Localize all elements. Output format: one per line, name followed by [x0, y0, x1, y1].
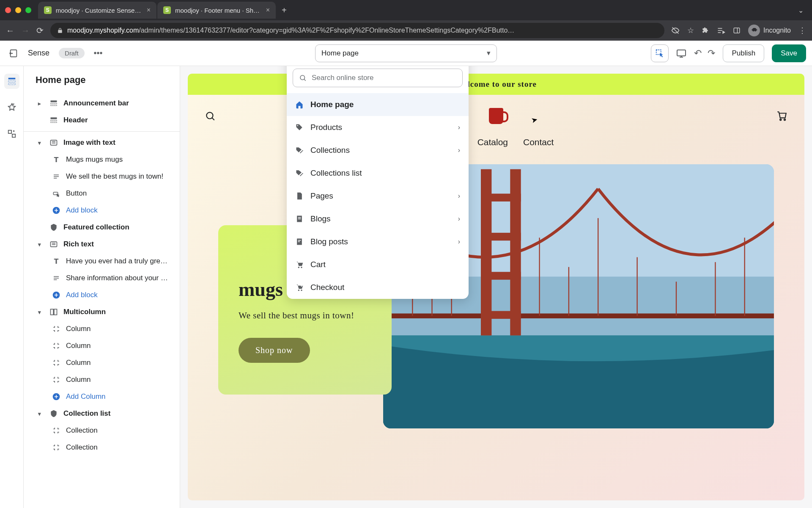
hero-section[interactable]: Mugs mugsMugs mugs mugsmugs We sell the … — [188, 157, 804, 428]
block-text[interactable]: Share information about your … — [36, 270, 173, 287]
add-column-button[interactable]: Add Column — [36, 388, 173, 405]
store-header[interactable] — [188, 95, 804, 137]
app-embeds-rail-icon[interactable] — [4, 126, 19, 141]
url-bar[interactable]: moodjoy.myshopify.com/admin/themes/13614… — [50, 23, 664, 38]
block-collection[interactable]: Collection — [36, 439, 173, 456]
nav-catalog[interactable]: Catalog — [477, 137, 508, 147]
add-block-button[interactable]: Add block — [36, 202, 173, 219]
block-column[interactable]: Column — [36, 371, 173, 388]
desktop-viewport-button[interactable] — [676, 48, 686, 58]
tab-title: moodjoy · Footer menu · Shopi — [175, 7, 262, 14]
browser-tab-1[interactable]: S moodjoy · Customize Sense · S × — [38, 2, 156, 19]
section-announcement-bar[interactable]: ▸ Announcement bar — [36, 95, 173, 112]
svg-rect-15 — [8, 130, 11, 133]
columns-icon — [49, 307, 58, 317]
svg-rect-16 — [12, 134, 15, 137]
plus-circle-icon — [52, 206, 61, 215]
dropdown-item-cart[interactable]: Cart — [287, 253, 469, 276]
block-column[interactable]: Column — [36, 320, 173, 337]
more-actions-button[interactable]: ••• — [94, 48, 103, 58]
publish-button[interactable]: Publish — [723, 44, 764, 62]
menu-icon[interactable]: ⋮ — [798, 26, 806, 35]
redo-button[interactable]: ↷ — [708, 48, 715, 59]
store-logo[interactable] — [484, 104, 508, 128]
forward-button[interactable]: → — [21, 26, 30, 36]
side-panel-icon[interactable] — [733, 27, 741, 34]
frame-icon — [52, 426, 61, 435]
browser-tab-2[interactable]: S moodjoy · Footer menu · Shopi × — [157, 2, 276, 19]
nav-contact[interactable]: Contact — [523, 137, 554, 147]
exit-editor-button[interactable] — [6, 46, 21, 61]
block-collection[interactable]: Collection — [36, 422, 173, 439]
block-column[interactable]: Column — [36, 337, 173, 354]
announcement-bar[interactable]: Welcome to our store — [188, 74, 804, 95]
svg-point-74 — [298, 290, 299, 291]
close-tab-icon[interactable]: × — [266, 6, 270, 14]
button-icon — [52, 189, 61, 198]
svg-rect-12 — [8, 78, 15, 80]
section-collection-list[interactable]: ▾ Collection list — [36, 405, 173, 422]
dropdown-item-blog-posts[interactable]: Blog posts › — [287, 230, 469, 253]
section-label: Featured collection — [63, 223, 129, 232]
section-image-with-text[interactable]: ▾ Image with text — [36, 134, 173, 151]
svg-marker-4 — [723, 31, 724, 33]
block-label: Collection — [66, 426, 98, 435]
dropdown-item-home[interactable]: Home page — [287, 93, 469, 116]
block-column[interactable]: Column — [36, 354, 173, 371]
dropdown-item-collections[interactable]: Collections › — [287, 139, 469, 162]
playlist-icon[interactable] — [717, 26, 725, 35]
block-heading[interactable]: Have you ever had a truly gre… — [36, 253, 173, 270]
section-header[interactable]: Header — [36, 112, 173, 129]
store-nav: Home Catalog Contact — [188, 137, 804, 157]
block-label: Column — [66, 375, 91, 384]
dropdown-item-pages[interactable]: Pages › — [287, 185, 469, 207]
reload-button[interactable]: ⟳ — [36, 25, 44, 36]
svg-point-73 — [301, 267, 302, 268]
block-heading[interactable]: Mugs mugs mugs — [36, 151, 173, 168]
eye-off-icon[interactable] — [671, 26, 680, 35]
incognito-badge[interactable]: Incognito — [748, 25, 791, 36]
dropdown-item-products[interactable]: Products › — [287, 116, 469, 139]
dropdown-item-collections-list[interactable]: Collections list — [287, 162, 469, 185]
undo-button[interactable]: ↶ — [694, 48, 702, 59]
close-tab-icon[interactable]: × — [147, 6, 151, 14]
star-icon[interactable]: ☆ — [687, 26, 694, 35]
svg-rect-22 — [51, 122, 57, 123]
text-icon — [52, 172, 61, 181]
maximize-window-icon[interactable] — [25, 7, 31, 13]
frame-icon — [52, 324, 61, 334]
page-selector[interactable]: Home page ▾ — [315, 44, 497, 62]
lock-icon — [57, 28, 63, 33]
close-window-icon[interactable] — [5, 7, 11, 13]
minimize-window-icon[interactable] — [15, 7, 21, 13]
block-button[interactable]: Button — [36, 185, 173, 202]
address-bar: ← → ⟳ moodjoy.myshopify.com/admin/themes… — [0, 20, 812, 41]
new-tab-button[interactable]: + — [277, 6, 292, 15]
section-label: Announcement bar — [63, 99, 129, 108]
shop-now-button[interactable]: Shop now — [239, 338, 310, 363]
dropdown-item-checkout[interactable]: Checkout — [287, 276, 469, 299]
add-block-button[interactable]: Add block — [36, 287, 173, 304]
section-label: Multicolumn — [63, 308, 106, 316]
section-label: Header — [63, 116, 88, 124]
cart-icon[interactable] — [776, 110, 787, 121]
block-text[interactable]: We sell the best mugs in town! — [36, 168, 173, 185]
section-featured-collection[interactable]: Featured collection — [36, 219, 173, 236]
page-select-label: Home page — [321, 49, 359, 58]
tabs-overflow-icon[interactable]: ⌄ — [798, 6, 807, 14]
section-label: Collection list — [63, 409, 110, 418]
dropdown-item-blogs[interactable]: Blogs › — [287, 207, 469, 230]
inspector-button[interactable] — [651, 44, 669, 62]
block-label: Collection — [66, 443, 98, 452]
search-icon[interactable] — [205, 110, 216, 121]
save-button[interactable]: Save — [772, 44, 806, 62]
section-rich-text[interactable]: ▾ Rich text — [36, 236, 173, 253]
theme-settings-rail-icon[interactable] — [4, 100, 19, 115]
section-multicolumn[interactable]: ▾ Multicolumn — [36, 304, 173, 320]
svg-rect-54 — [481, 311, 521, 319]
svg-line-66 — [304, 79, 306, 81]
dropdown-search[interactable]: Search online store — [293, 69, 463, 87]
sections-rail-icon[interactable] — [4, 74, 19, 89]
back-button[interactable]: ← — [6, 26, 14, 36]
extensions-icon[interactable] — [702, 27, 709, 34]
